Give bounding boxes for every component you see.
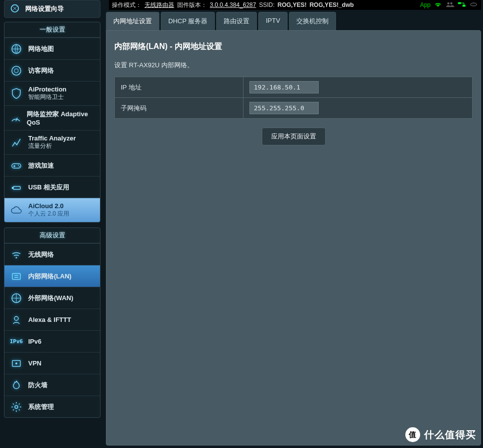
sidebar: 网络设置向导 一般设置 网络地图 访客网络 AiProtection 智能网络卫… (4, 0, 100, 448)
gear-icon (9, 401, 23, 413)
advanced-panel-title: 高级设置 (4, 228, 100, 243)
sidebar-item-label: 无线网络 (28, 250, 54, 259)
svg-point-7 (14, 69, 18, 73)
svg-point-9 (18, 165, 19, 166)
shield-icon (9, 88, 23, 99)
svg-point-18 (15, 362, 17, 364)
sidebar-item-label: 防火墙 (28, 381, 48, 390)
page-title: 内部网络(LAN) - 内网地址设置 (114, 42, 473, 52)
status-ssid-1: ROG,YES! (278, 1, 307, 8)
status-app-label[interactable]: App (420, 1, 431, 8)
status-ssid-2: ROG,YES!_dwb (309, 1, 353, 8)
ip-address-label: IP 地址 (115, 77, 243, 98)
tab-switch[interactable]: 交换机控制 (289, 12, 336, 30)
status-mode-value[interactable]: 无线路由器 (145, 1, 174, 9)
tab-route[interactable]: 路由设置 (216, 12, 257, 30)
sidebar-item-wan[interactable]: 外部网络(WAN) (4, 287, 100, 309)
status-fw-value[interactable]: 3.0.0.4.384_6287 (210, 1, 256, 8)
svg-rect-11 (13, 186, 20, 189)
sidebar-item-label: VPN (28, 359, 42, 367)
main-area: 内网地址设置 DHCP 服务器 路由设置 IPTV 交换机控制 内部网络(LAN… (106, 12, 481, 448)
svg-point-0 (447, 2, 450, 5)
sidebar-item-lan[interactable]: 内部网络(LAN) (4, 265, 100, 287)
sidebar-item-label: 游戏加速 (28, 161, 54, 170)
sidebar-item-game-boost[interactable]: 游戏加速 (4, 154, 100, 176)
wizard-label: 网络设置向导 (25, 4, 64, 13)
lan-settings-table: IP 地址 子网掩码 (114, 77, 473, 119)
tab-dhcp[interactable]: DHCP 服务器 (161, 12, 215, 30)
advanced-panel: 高级设置 无线网络 内部网络(LAN) 外部网络(WAN) Alexa & IF… (4, 227, 100, 418)
sidebar-item-usb-app[interactable]: USB 相关应用 (4, 176, 100, 198)
sidebar-item-label: AiCloud 2.0 个人云 2.0 应用 (28, 202, 69, 218)
tab-bar: 内网地址设置 DHCP 服务器 路由设置 IPTV 交换机控制 (106, 12, 481, 30)
status-fw-label: 固件版本： (177, 1, 207, 9)
svg-rect-2 (458, 2, 461, 4)
sidebar-item-guest-network[interactable]: 访客网络 (4, 59, 100, 81)
globe-icon (9, 43, 23, 55)
svg-point-16 (14, 316, 18, 320)
page-description: 设置 RT-AX92U 内部网络。 (114, 61, 473, 70)
sidebar-item-aicloud[interactable]: AiCloud 2.0 个人云 2.0 应用 (4, 198, 100, 222)
subnet-mask-label: 子网掩码 (115, 98, 243, 119)
tab-iptv[interactable]: IPTV (258, 12, 288, 30)
status-bar: 操作模式： 无线路由器 固件版本： 3.0.0.4.384_6287 SSID:… (109, 0, 481, 10)
wizard-icon (9, 3, 20, 15)
sidebar-item-label: Traffic Analyzer 流量分析 (28, 134, 76, 150)
signal-icon[interactable] (434, 1, 442, 8)
status-ssid-label: SSID: (259, 1, 274, 8)
svg-point-19 (15, 405, 18, 408)
sidebar-item-label: 外部网络(WAN) (28, 294, 73, 303)
ip-address-input[interactable] (249, 81, 319, 93)
sidebar-item-ipv6[interactable]: IPv6 IPv6 (4, 330, 100, 352)
gauge-icon (9, 112, 22, 124)
table-row: IP 地址 (115, 77, 473, 98)
table-row: 子网掩码 (115, 98, 473, 119)
sidebar-item-label: 内部网络(LAN) (28, 272, 71, 281)
watermark-text: 什么值得买 (424, 428, 476, 442)
cloud-icon (9, 204, 23, 216)
tab-lan-ip[interactable]: 内网地址设置 (106, 12, 159, 30)
sidebar-item-label: 网络地图 (28, 45, 54, 53)
sidebar-item-label: USB 相关应用 (28, 183, 69, 192)
network-icon[interactable] (457, 1, 466, 8)
wifi-icon (9, 249, 23, 261)
sidebar-item-administration[interactable]: 系统管理 (4, 396, 100, 417)
svg-point-6 (12, 66, 21, 75)
sidebar-item-wireless[interactable]: 无线网络 (4, 243, 100, 265)
sidebar-item-firewall[interactable]: 防火墙 (4, 374, 100, 396)
watermark-badge-icon: 值 (405, 427, 420, 442)
assistant-icon (9, 314, 23, 326)
sidebar-item-label: 系统管理 (28, 403, 54, 411)
content-panel: 内部网络(LAN) - 内网地址设置 设置 RT-AX92U 内部网络。 IP … (106, 30, 481, 446)
sidebar-item-vpn[interactable]: VPN (4, 352, 100, 374)
globe-guest-icon (9, 65, 23, 77)
svg-rect-12 (12, 187, 13, 189)
fire-icon (9, 379, 23, 391)
sidebar-item-label: AiProtection 智能网络卫士 (28, 86, 66, 101)
general-panel-title: 一般设置 (4, 22, 100, 38)
sidebar-item-network-map[interactable]: 网络地图 (4, 38, 100, 59)
status-mode-label: 操作模式： (112, 1, 142, 9)
users-icon[interactable] (445, 1, 454, 8)
svg-rect-8 (12, 164, 21, 168)
setup-wizard-button[interactable]: 网络设置向导 (4, 0, 100, 18)
gamepad-icon (9, 160, 23, 172)
svg-point-1 (450, 2, 453, 5)
sidebar-item-label: IPv6 (28, 338, 42, 345)
sidebar-item-label: 网络监控家 Adaptive QoS (27, 110, 95, 126)
svg-point-10 (19, 166, 20, 167)
refresh-icon[interactable] (469, 1, 478, 8)
svg-point-13 (16, 257, 17, 258)
subnet-mask-input[interactable] (249, 102, 319, 114)
sidebar-item-label: Alexa & IFTTT (28, 316, 71, 323)
sidebar-item-traffic-analyzer[interactable]: Traffic Analyzer 流量分析 (4, 130, 100, 154)
svg-rect-14 (12, 273, 20, 279)
sidebar-item-label: 访客网络 (28, 66, 54, 75)
usb-icon (9, 181, 23, 193)
sidebar-item-aiprotection[interactable]: AiProtection 智能网络卫士 (4, 81, 100, 105)
sidebar-item-adaptive-qos[interactable]: 网络监控家 Adaptive QoS (4, 105, 100, 130)
apply-button[interactable]: 应用本页面设置 (262, 128, 326, 145)
sidebar-item-alexa-ifttt[interactable]: Alexa & IFTTT (4, 309, 100, 330)
watermark: 值 什么值得买 (405, 427, 476, 442)
general-panel: 一般设置 网络地图 访客网络 AiProtection 智能网络卫士 网络监控家… (4, 22, 100, 223)
